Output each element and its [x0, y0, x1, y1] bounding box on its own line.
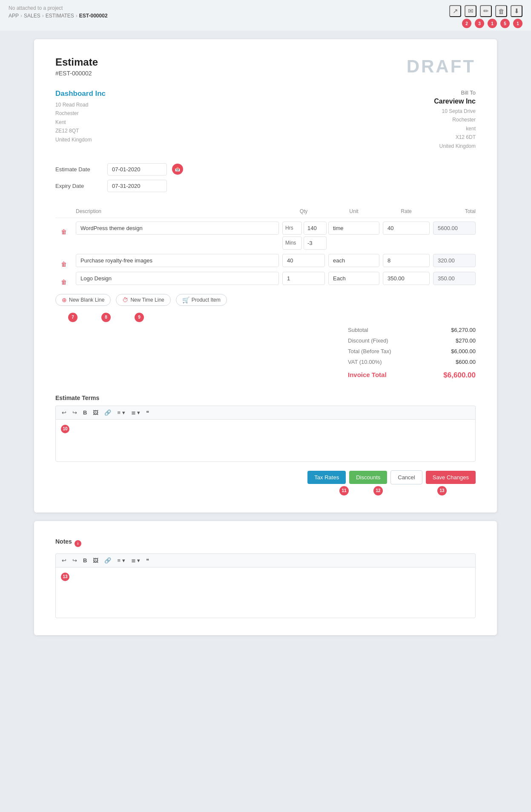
desc-input-3[interactable] [76, 272, 279, 285]
rate-input-3[interactable] [383, 272, 430, 285]
col-header-total: Total [433, 208, 476, 214]
to-address: 10 Septa DriveRochesterkentX12 6DTUnited… [434, 107, 476, 150]
tax-rates-btn[interactable]: Tax Rates [307, 471, 346, 484]
redo-btn[interactable]: ↪ [71, 409, 79, 417]
qty-row-1b [282, 236, 325, 250]
delete-icon[interactable]: 🗑 [495, 5, 507, 17]
from-company: Dashboard Inc 10 Read RoadRochesterKentZ… [55, 89, 106, 150]
product-item-label: Product Item [192, 297, 221, 303]
product-item-btn[interactable]: 🛒 Product Item [176, 294, 227, 306]
link-btn[interactable]: 🔗 [103, 409, 113, 417]
breadcrumb-sales[interactable]: SALES [24, 13, 40, 19]
estimate-card: Estimate #EST-000002 DRAFT Dashboard Inc… [34, 39, 497, 513]
qty-label-input-1b[interactable] [282, 236, 302, 250]
new-time-line-btn[interactable]: ⏱ New Time Line [116, 294, 170, 306]
cancel-btn[interactable]: Cancel [390, 470, 422, 484]
total-before-tax-amount: $6,000.00 [451, 348, 476, 354]
vat-amount: $600.00 [456, 359, 476, 365]
breadcrumb: APP › SALES › ESTIMATES › EST-000002 [9, 13, 108, 19]
main-content: Estimate #EST-000002 DRAFT Dashboard Inc… [0, 31, 531, 644]
notes-title: Notes [55, 538, 72, 545]
undo-btn[interactable]: ↩ [60, 409, 68, 417]
clock-icon: ⏱ [122, 297, 128, 303]
download-icon[interactable]: ⬇ [511, 5, 522, 17]
notes-image-btn[interactable]: 🖼 [91, 556, 100, 564]
expiry-date-input[interactable] [107, 180, 167, 192]
table-row: 🗑 [55, 222, 476, 250]
estimate-title-block: Estimate #EST-000002 [55, 56, 98, 77]
delete-row-1-btn[interactable]: 🗑 [61, 225, 67, 235]
notes-redo-btn[interactable]: ↪ [71, 556, 79, 564]
unit-input-3[interactable] [328, 272, 379, 285]
discount-row: Discount (Fixed) $270.00 [348, 335, 476, 346]
terms-editor-area[interactable]: 10 [55, 419, 476, 462]
qty-col-2 [282, 254, 325, 267]
quote-btn[interactable]: ❝ [144, 409, 151, 417]
estimate-date-input[interactable] [107, 163, 167, 176]
ordered-list-btn[interactable]: ≣ ▾ [129, 409, 142, 417]
rate-input-1[interactable] [383, 222, 430, 235]
qty-col-1 [282, 222, 325, 250]
badge-3: 3 [475, 19, 484, 28]
edit-icon[interactable]: ✏ [480, 5, 492, 17]
notes-undo-btn[interactable]: ↩ [60, 556, 68, 564]
qty-value-input-1b[interactable] [304, 236, 327, 250]
email-icon[interactable]: ✉ [465, 5, 476, 17]
estimate-title: Estimate [55, 56, 98, 68]
terms-editor-badge: 10 [61, 425, 69, 433]
notes-title-row: Notes i [55, 538, 476, 549]
save-changes-btn[interactable]: Save Changes [426, 471, 476, 484]
unordered-list-btn[interactable]: ≡ ▾ [115, 409, 126, 417]
share-icon[interactable]: ↗ [449, 5, 461, 17]
notes-bold-btn[interactable]: B [81, 556, 89, 564]
subtotal-row: Subtotal $6,270.00 [348, 325, 476, 335]
badge-1b: 1 [513, 19, 522, 28]
table-header: Description Qty Unit Rate Total [55, 205, 476, 218]
qty-label-input-1a[interactable] [282, 222, 302, 235]
unit-input-1[interactable] [328, 222, 379, 235]
new-blank-line-btn[interactable]: ⊕ New Blank Line [55, 294, 111, 306]
new-blank-line-label: New Blank Line [69, 297, 104, 303]
from-company-name: Dashboard Inc [55, 89, 106, 98]
action-badge-row: 11 12 13 [55, 486, 476, 495]
notes-ordered-list-btn[interactable]: ≣ ▾ [129, 556, 142, 564]
notes-quote-btn[interactable]: ❝ [144, 556, 151, 564]
add-badge-9: 9 [135, 313, 144, 322]
total-input-2 [433, 254, 476, 267]
unit-col-2 [328, 254, 379, 267]
desc-input-2[interactable] [76, 254, 279, 267]
top-bar-right: ↗ ✉ ✏ 🗑 ⬇ 2 3 1 5 1 [449, 5, 522, 28]
rate-col-3 [383, 272, 430, 285]
qty-value-input-2[interactable] [282, 254, 325, 267]
qty-row-2a [282, 254, 325, 267]
new-time-line-label: New Time Line [130, 297, 164, 303]
col-header-unit: Unit [328, 208, 379, 214]
col-header-delete [55, 208, 72, 214]
image-btn[interactable]: 🖼 [91, 409, 100, 417]
estimate-date-calendar-btn[interactable]: 📅 [172, 164, 183, 175]
qty-col-3 [282, 272, 325, 285]
discounts-btn[interactable]: Discounts [349, 471, 387, 484]
qty-value-input-1a[interactable] [304, 222, 327, 235]
total-col-2 [433, 254, 476, 267]
table-row: 🗑 [55, 272, 476, 285]
notes-editor-area[interactable]: 13 [55, 567, 476, 618]
qty-value-input-3[interactable] [282, 272, 325, 285]
line-items-table: Description Qty Unit Rate Total 🗑 [55, 205, 476, 285]
notes-link-btn[interactable]: 🔗 [103, 556, 113, 564]
no-project-label: No attached to a project [9, 5, 108, 11]
to-company-name: Careview Inc [434, 98, 476, 105]
totals-table: Subtotal $6,270.00 Discount (Fixed) $270… [348, 325, 476, 382]
rate-input-2[interactable] [383, 254, 430, 267]
delete-row-2-btn[interactable]: 🗑 [61, 257, 67, 268]
desc-input-1[interactable] [76, 222, 279, 235]
notes-info-icon: i [75, 540, 81, 547]
breadcrumb-estimates[interactable]: ESTIMATES [46, 13, 74, 19]
delete-row-3-btn[interactable]: 🗑 [61, 275, 67, 285]
breadcrumb-app[interactable]: APP [9, 13, 19, 19]
invoice-total-label: Invoice Total [348, 371, 387, 380]
bold-btn[interactable]: B [81, 409, 89, 417]
unit-input-2[interactable] [328, 254, 379, 267]
notes-unordered-list-btn[interactable]: ≡ ▾ [115, 556, 126, 564]
desc-col-3 [76, 272, 279, 285]
